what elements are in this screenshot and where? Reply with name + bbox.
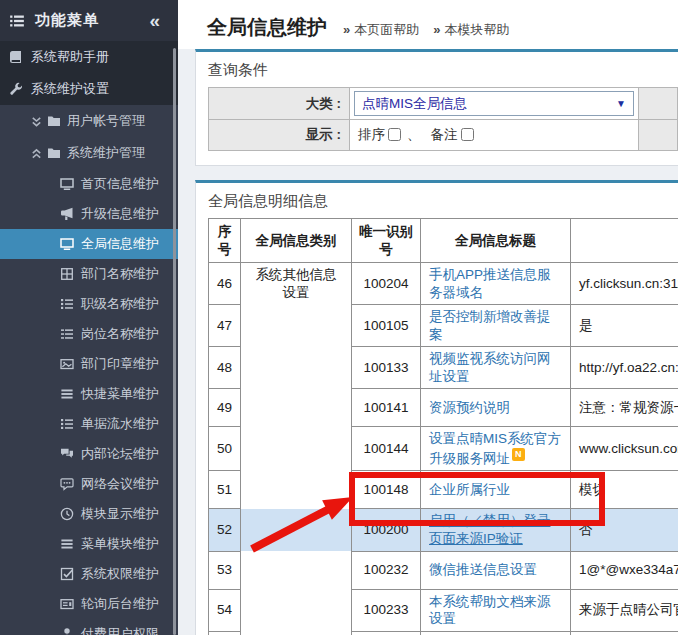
breadcrumb-separator: » [433, 22, 440, 37]
sidebar-item-label: 岗位名称维护 [81, 325, 159, 343]
sidebar-item-15[interactable]: 网络会议维护 [0, 469, 178, 499]
collapse-double-chevron-left-icon[interactable]: « [149, 11, 160, 30]
query-panel: 查询条件 大类 : 点晴MIS全局信息 ▼ 显示 : 排序、备注 [195, 49, 678, 166]
category-select-value: 点晴MIS全局信息 [362, 95, 610, 113]
row-id-cell: 100200 [352, 509, 421, 551]
remark-checkbox-label: 备注 [431, 127, 458, 142]
row-id-cell: 100204 [352, 263, 421, 305]
monitor-icon [60, 177, 74, 191]
row-number-cell: 55 [209, 631, 241, 635]
row-title-cell: 视频监视系统访问网址设置 [421, 347, 571, 389]
sidebar-item-label: 首页信息维护 [81, 175, 159, 193]
sidebar-item-3[interactable]: 用户帐号管理 [0, 105, 178, 137]
chevron-double-down-icon [30, 115, 43, 128]
sidebar-item-label: 模块显示维护 [81, 505, 159, 523]
row-value-cell: 是 [571, 305, 678, 347]
row-value-cell: http://yf.oa22.cn:3 [571, 347, 678, 389]
row-title-cell: 启用（／禁用）登录页面来源IP验证 [421, 509, 571, 551]
sidebar-item-label: 单据流水维护 [81, 415, 159, 433]
sidebar-item-11[interactable]: 部门印章维护 [0, 349, 178, 379]
page-help-link[interactable]: »本页面帮助 [343, 21, 419, 39]
sidebar-item-16[interactable]: 模块显示维护 [0, 499, 178, 529]
column-header-2: 全局信息类别 [241, 219, 352, 263]
row-category-cell [241, 305, 352, 347]
row-title-link[interactable]: 是否控制新增改善提案 [429, 309, 551, 342]
sidebar-header[interactable]: 功能菜单 « [0, 0, 178, 41]
row-number-cell: 52 [209, 509, 241, 551]
sidebar-item-20[interactable]: 付费用户权限 [0, 619, 178, 635]
sidebar-item-label: 内部论坛维护 [81, 445, 159, 463]
row-number-cell: 50 [209, 427, 241, 471]
sidebar-item-1[interactable]: 系统帮助手册 [0, 41, 178, 73]
person-icon [60, 627, 74, 635]
table-row-51: 51100148企业所属行业模切 [209, 471, 678, 509]
table-row-55: 55100234微信网页授权域名www.clicksun.com. [209, 631, 678, 635]
sidebar-item-8[interactable]: 部门名称维护 [0, 259, 178, 289]
table-row-46: 46系统其他信息设置100204手机APP推送信息服务器域名yf.clicksu… [209, 263, 678, 305]
select-arrow-icon: ▼ [616, 98, 626, 109]
building-grid-icon [60, 267, 74, 281]
sidebar-item-12[interactable]: 快捷菜单维护 [0, 379, 178, 409]
category-select[interactable]: 点晴MIS全局信息 ▼ [354, 91, 634, 116]
row-title-link[interactable]: 手机APP推送信息服务器域名 [429, 267, 551, 300]
wrench-icon [9, 82, 23, 96]
row-number-cell: 53 [209, 551, 241, 589]
sidebar-item-6[interactable]: 升级信息维护 [0, 199, 178, 229]
sidebar: 功能菜单 « 系统帮助手册系统维护设置用户帐号管理系统维护管理首页信息维护升级信… [0, 0, 178, 635]
sidebar-item-18[interactable]: 系统权限维护 [0, 559, 178, 589]
row-category-cell [241, 509, 352, 551]
row-title-cell: 微信网页授权域名 [421, 631, 571, 635]
sidebar-item-4[interactable]: 系统维护管理 [0, 137, 178, 169]
sidebar-item-13[interactable]: 单据流水维护 [0, 409, 178, 439]
sidebar-item-19[interactable]: 轮询后台维护 [0, 589, 178, 619]
table-row-54: 54100233本系统帮助文档来源设置来源于点晴公司官网 [209, 589, 678, 631]
sidebar-item-17[interactable]: 菜单模块维护 [0, 529, 178, 559]
row-title-link[interactable]: 微信推送信息设置 [429, 562, 537, 577]
row-title-cell: 设置点晴MIS系统官方升级服务网址N [421, 427, 571, 471]
row-title-link[interactable]: 资源预约说明 [429, 400, 510, 415]
row-value-cell: 来源于点晴公司官网 [571, 589, 678, 631]
row-title-link[interactable]: 企业所属行业 [429, 482, 510, 497]
row-category-cell [241, 471, 352, 509]
row-number-cell: 51 [209, 471, 241, 509]
detail-panel-title: 全局信息明细信息 [196, 183, 678, 218]
list-ol-icon [60, 297, 74, 311]
monitor-icon [60, 237, 74, 251]
sidebar-item-label: 用户帐号管理 [67, 112, 145, 130]
table-row-52: 52100200启用（／禁用）登录页面来源IP验证否 [209, 509, 678, 551]
row-value-cell: yf.clicksun.cn:311 [571, 263, 678, 305]
module-help-link[interactable]: »本模块帮助 [433, 21, 509, 39]
row-number-cell: 49 [209, 389, 241, 427]
column-header-1: 序号 [209, 219, 241, 263]
sidebar-title: 功能菜单 [35, 11, 149, 30]
row-title-link[interactable]: 视频监视系统访问网址设置 [429, 351, 551, 384]
row-title-link[interactable]: 设置点晴MIS系统官方升级服务网址 [429, 431, 561, 466]
column-header-4: 全局信息标题 [421, 219, 571, 263]
sidebar-item-2[interactable]: 系统维护设置 [0, 73, 178, 105]
row-value-cell: www.clicksun.com. [571, 427, 678, 471]
sidebar-item-14[interactable]: 内部论坛维护 [0, 439, 178, 469]
sidebar-item-5[interactable]: 首页信息维护 [0, 169, 178, 199]
sort-checkbox[interactable] [388, 128, 401, 141]
row-id-cell: 100232 [352, 551, 421, 589]
remark-checkbox[interactable] [461, 128, 474, 141]
sidebar-item-9[interactable]: 职级名称维护 [0, 289, 178, 319]
page: 功能菜单 « 系统帮助手册系统维护设置用户帐号管理系统维护管理首页信息维护升级信… [0, 0, 678, 635]
sidebar-item-7[interactable]: 全局信息维护 [0, 229, 178, 259]
row-title-cell: 微信推送信息设置 [421, 551, 571, 589]
sidebar-scrollbar[interactable] [173, 48, 176, 635]
card-lines-icon [60, 597, 74, 611]
sidebar-item-label: 菜单模块维护 [81, 535, 159, 553]
sidebar-item-label: 职级名称维护 [81, 295, 159, 313]
row-category-cell [241, 551, 352, 589]
speech-bubble-icon [60, 477, 74, 491]
folder-icon [47, 146, 61, 160]
sidebar-item-10[interactable]: 岗位名称维护 [0, 319, 178, 349]
breadcrumb-separator: » [343, 22, 350, 37]
query-panel-title: 查询条件 [196, 52, 678, 87]
row-title-link[interactable]: 启用（／禁用）登录页面来源IP验证 [429, 513, 551, 546]
row-title-link[interactable]: 本系统帮助文档来源设置 [429, 594, 551, 627]
query-row-filler [639, 88, 678, 120]
clock-icon [60, 507, 74, 521]
folder-icon [47, 114, 61, 128]
